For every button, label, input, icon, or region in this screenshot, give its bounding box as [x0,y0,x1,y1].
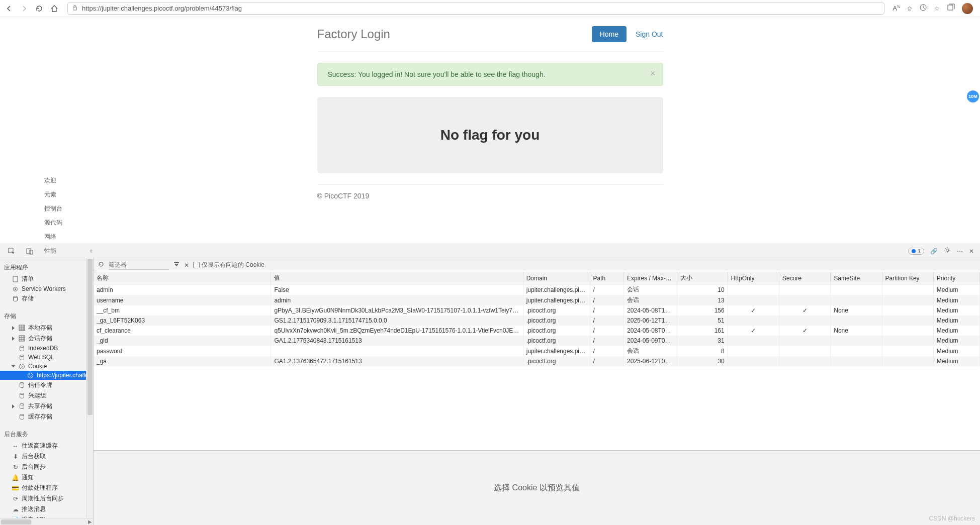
bg-item-icon: ⟳ [12,495,19,502]
lock-icon [72,5,78,12]
sidebar-item[interactable]: 信任令牌 [0,380,93,390]
reload-button[interactable] [34,4,44,14]
cookie-origin-item[interactable]: https://jupiter.challeng... [0,371,93,380]
sync-icon[interactable] [919,4,927,13]
signout-link[interactable]: Sign Out [636,30,663,38]
sidebar-item[interactable]: 会话存储 [0,333,93,344]
tab-网络[interactable]: 网络 [39,230,82,244]
watermark: CSDN @huckers [929,515,975,522]
sidebar-item[interactable]: 🔔通知 [0,472,93,483]
clear-filter-icon[interactable] [173,261,180,269]
table-header[interactable]: 值 [271,272,523,284]
table-row[interactable]: passwordjupiter.challenges.pic.../会话8Med… [94,346,980,356]
bg-item-icon: ☁ [12,506,19,512]
sidebar-item[interactable]: Web SQL [0,353,93,362]
link-icon[interactable]: 🔗 [930,248,938,255]
tab-源代码[interactable]: 源代码 [39,216,82,230]
bg-item-icon: ↻ [12,464,19,470]
issues-badge[interactable]: 1 [908,248,924,255]
table-row[interactable]: cf_clearanceq5UlvxXn7okvwch0Kvii_5m.zBQz… [94,326,980,336]
sidebar-item[interactable]: 清单 [0,274,93,284]
svg-point-9 [15,288,16,290]
table-header[interactable]: Partition Key [882,272,933,284]
sidebar-item[interactable]: 兴趣组 [0,390,93,401]
back-button[interactable] [4,4,14,14]
table-row[interactable]: _gaGA1.2.1376365472.1715161513.picoctf.o… [94,356,980,366]
jumbo-heading: No flag for you [327,127,653,143]
table-row[interactable]: _gidGA1.2.1775340843.1715161513.picoctf.… [94,336,980,346]
sidebar-item[interactable]: ↻后台同步 [0,462,93,472]
storage-item-icon [19,413,25,420]
address-bar[interactable]: https://jupiter.challenges.picoctf.org/p… [67,3,884,15]
sidebar-section-storage: 存储 [0,310,93,323]
bg-item-icon: 💳 [12,485,19,491]
tab-元素[interactable]: 元素 [39,188,82,202]
close-devtools-icon[interactable]: ✕ [969,248,974,255]
svg-rect-12 [19,336,25,341]
cookies-toolbar: ✕ 仅显示有问题的 Cookie [94,258,980,272]
issues-only-checkbox[interactable]: 仅显示有问题的 Cookie [193,261,264,269]
sidebar-item[interactable]: ☁推送消息 [0,504,93,514]
table-header[interactable]: 大小 [677,272,728,284]
svg-point-13 [20,346,24,347]
home-button[interactable] [49,4,59,14]
table-header[interactable]: 名称 [94,272,271,284]
refresh-icon[interactable] [98,261,105,269]
clear-all-icon[interactable]: ✕ [184,262,189,269]
table-row[interactable]: adminFalsejupiter.challenges.pic.../会话10… [94,284,980,295]
cookies-table[interactable]: 名称值DomainPathExpires / Max-A...大小HttpOnl… [94,272,980,366]
add-tab-button[interactable]: ＋ [83,244,99,258]
table-header[interactable]: Domain [523,272,590,284]
bg-item-icon: 🔔 [12,474,19,481]
chrome-right-icons: Aℕ ✩ ☆ [893,3,976,14]
sidebar-item[interactable]: ⬇后台获取 [0,451,93,462]
svg-rect-11 [19,325,25,331]
table-header[interactable]: SameSite [831,272,882,284]
favorites-icon[interactable]: ☆ [934,5,940,12]
table-header[interactable]: Path [590,272,624,284]
sidebar-item[interactable]: 本地存储 [0,323,93,333]
filter-input[interactable] [109,261,169,270]
star-outline-icon[interactable]: ✩ [907,5,912,12]
profile-avatar[interactable] [962,3,973,14]
sidebar-item[interactable]: Cookie [0,362,93,371]
forward-button[interactable] [19,4,29,14]
svg-rect-29 [176,265,177,266]
sidebar-item[interactable]: 缓存存储 [0,411,93,422]
gear-icon[interactable] [944,247,951,255]
home-nav-button[interactable]: Home [592,26,627,42]
table-header[interactable]: Expires / Max-A... [624,272,677,284]
inspect-icon[interactable] [3,244,20,258]
floating-badge[interactable]: 10M [967,90,979,102]
table-header[interactable]: HttpOnly [728,272,779,284]
sidebar-item[interactable]: Service Workers [0,284,93,293]
sidebar-item[interactable]: 共享存储 [0,401,93,411]
table-row[interactable]: usernameadminjupiter.challenges.pic.../会… [94,295,980,305]
svg-point-23 [20,383,24,384]
more-icon[interactable]: ⋯ [957,248,963,255]
device-icon[interactable] [21,244,38,258]
svg-point-26 [20,414,24,416]
table-header[interactable]: Secure [779,272,830,284]
tab-性能[interactable]: 性能 [39,244,82,258]
sidebar-item[interactable]: ↔往返高速缓存 [0,441,93,451]
table-row[interactable]: _ga_L6FT52K063GS1.2.1715170909.3.1.17151… [94,316,980,326]
sidebar-item[interactable]: ⟳周期性后台同步 [0,493,93,504]
sidebar-item[interactable]: 存储 [0,293,93,304]
sidebar-hscroll[interactable]: ◀▶ [0,518,93,525]
sidebar-vscroll[interactable] [86,258,93,518]
sidebar-item[interactable]: IndexedDB [0,344,93,353]
font-size-icon[interactable]: Aℕ [893,5,900,12]
footer-text: © PicoCTF 2019 [317,192,663,200]
svg-rect-0 [73,7,77,10]
svg-point-16 [21,365,22,366]
tab-控制台[interactable]: 控制台 [39,202,82,216]
close-icon[interactable]: × [650,68,656,79]
svg-point-21 [31,375,32,376]
tab-欢迎[interactable]: 欢迎 [39,174,82,188]
sidebar-item[interactable]: 💳付款处理程序 [0,483,93,493]
table-row[interactable]: __cf_bmgPbyA_3I.BEiywGu0N9NnmDk30LaLkbPc… [94,305,980,316]
devtools-panel: 欢迎元素控制台源代码网络性能内存应用程序✕安全性LighthouseCSS 概述… [0,244,980,525]
table-header[interactable]: Priority [933,272,979,284]
collections-icon[interactable] [947,4,955,13]
